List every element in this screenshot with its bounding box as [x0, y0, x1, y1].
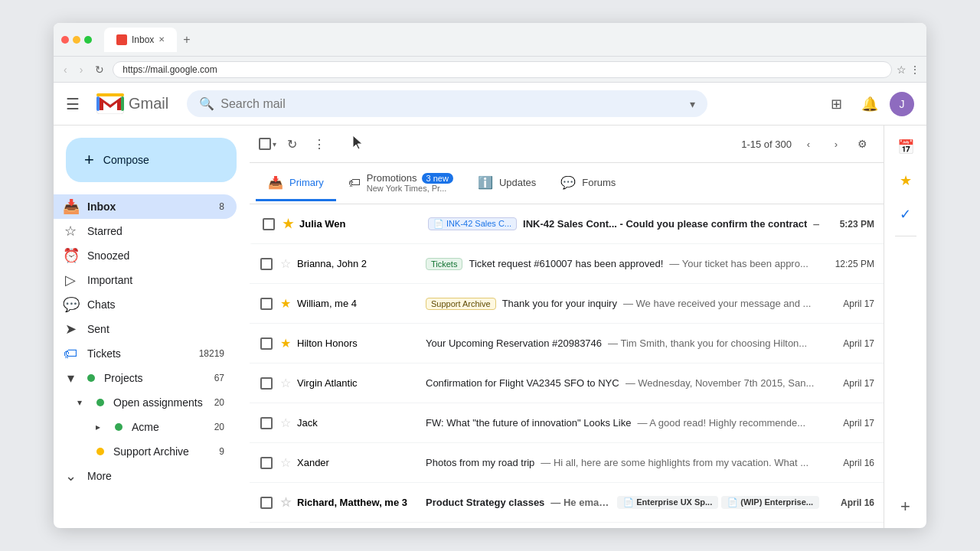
email-checkbox-3[interactable] — [259, 298, 274, 310]
settings-btn[interactable]: ⚙ — [850, 132, 874, 156]
email-checkbox-4[interactable] — [259, 337, 274, 350]
sidebar-item-starred[interactable]: ☆ Starred — [54, 219, 237, 243]
reload-btn[interactable]: ↻ — [91, 62, 108, 77]
email-checkbox-5[interactable] — [259, 377, 274, 390]
search-dropdown-btn[interactable]: ▾ — [690, 98, 695, 110]
close-dot[interactable] — [61, 36, 69, 44]
email-checkbox-6[interactable] — [259, 417, 274, 429]
star-btn-7[interactable]: ☆ — [280, 455, 291, 470]
email-subject-4: Your Upcoming Reservation #20983746 — [426, 337, 602, 349]
tab-updates[interactable]: ℹ️ Updates — [466, 166, 548, 201]
sidebar-item-important[interactable]: ▷ Important — [54, 268, 237, 292]
tab-forums[interactable]: 💬 Forums — [548, 166, 628, 201]
compose-button[interactable]: + Compose — [66, 138, 237, 182]
inbox-icon: 📥 — [63, 198, 78, 215]
email-content-5: Confirmation for Flight VA2345 SFO to NY… — [426, 377, 819, 389]
email-row[interactable]: ★ William, me 4 Support Archive Thank yo… — [250, 284, 884, 324]
star-btn-1[interactable]: ★ — [283, 217, 293, 231]
email-checkbox-1[interactable] — [261, 218, 276, 230]
back-btn[interactable]: ‹ — [60, 62, 71, 77]
email-subject-1: INK-42 Sales Cont... - Could you please … — [523, 218, 807, 230]
email-row[interactable]: ☆ Brianna, John 2 Tickets Ticket request… — [250, 244, 884, 284]
email-preview-4: — Tim Smith, thank you for choosing Hilt… — [608, 337, 819, 349]
sidebar-item-label-more: More — [87, 470, 224, 482]
checkbox-5[interactable] — [260, 377, 273, 390]
star-btn-6[interactable]: ☆ — [280, 416, 291, 430]
tasks-icon-btn[interactable]: ★ — [890, 165, 921, 196]
email-subject-6: FW: What "the future of innovation" Look… — [426, 417, 631, 429]
sidebar-item-open-assignments[interactable]: ▾ Open assignments 20 — [54, 390, 237, 415]
sidebar-item-more[interactable]: ⌄ More — [54, 464, 237, 488]
search-input[interactable] — [220, 97, 684, 111]
email-row[interactable]: ★ Hilton Honors Your Upcoming Reservatio… — [250, 324, 884, 364]
search-bar[interactable]: 🔍 ▾ — [187, 90, 707, 117]
sidebar-item-acme[interactable]: ▸ Acme 20 — [54, 415, 237, 439]
forward-btn[interactable]: › — [76, 62, 87, 77]
checkbox-2[interactable] — [260, 258, 273, 270]
sidebar-item-inbox[interactable]: 📥 Inbox 8 — [54, 194, 237, 219]
star-btn-4[interactable]: ★ — [280, 336, 291, 350]
apps-btn[interactable]: ⊞ — [822, 90, 850, 118]
star-btn-2[interactable]: ☆ — [280, 256, 291, 271]
add-apps-btn[interactable]: + — [890, 491, 921, 522]
checkbox-all[interactable] — [259, 138, 271, 150]
email-row[interactable]: ☆ Jack FW: What "the future of innovatio… — [250, 403, 884, 443]
checkbox-6[interactable] — [260, 417, 273, 429]
checkbox-1[interactable] — [263, 218, 275, 230]
star-btn-8[interactable]: ☆ — [280, 495, 291, 510]
header-actions: ⊞ 🔔 J — [822, 90, 914, 118]
email-subject-7: Photos from my road trip — [426, 457, 534, 468]
sidebar-item-tickets[interactable]: 🏷 Tickets 18219 — [54, 341, 237, 366]
new-tab-btn[interactable]: + — [180, 30, 193, 50]
calendar-icon-btn[interactable]: 📅 — [890, 132, 921, 162]
more-options-btn[interactable]: ⋮ — [307, 132, 332, 156]
refresh-btn[interactable]: ↻ — [279, 132, 304, 156]
email-row[interactable]: ☆ Peter, Shalini 2 Business trip — Hi, I… — [250, 523, 884, 528]
email-date-2: 12:25 PM — [825, 259, 874, 269]
prev-page-btn[interactable]: ‹ — [798, 133, 819, 155]
minimize-dot[interactable] — [73, 36, 80, 44]
email-row[interactable]: ★ Julia Wen 📄 INK-42 Sales C... INK-42 S… — [250, 204, 884, 244]
email-date-4: April 17 — [825, 338, 874, 349]
checkbox-8[interactable] — [260, 497, 273, 509]
star-btn-5[interactable]: ☆ — [280, 376, 291, 390]
search-icon: 🔍 — [199, 96, 214, 111]
sidebar-item-support-archive[interactable]: · Support Archive 9 — [54, 439, 237, 464]
tab-primary[interactable]: 📥 Primary — [256, 166, 336, 201]
sidebar-item-chats[interactable]: 💬 Chats — [54, 292, 237, 317]
keep-icon-btn[interactable]: ✓ — [890, 199, 921, 230]
email-row[interactable]: ☆ Richard, Matthew, me 3 Product Strateg… — [250, 483, 884, 523]
next-page-btn[interactable]: › — [825, 133, 847, 155]
address-bar[interactable]: https://mail.google.com — [113, 61, 892, 78]
email-checkbox-7[interactable] — [259, 457, 274, 469]
checkbox-3[interactable] — [260, 298, 273, 310]
notifications-btn[interactable]: 🔔 — [856, 90, 884, 118]
sidebar-item-projects[interactable]: ▾ Projects 67 — [54, 366, 237, 390]
email-preview-5: — Wednesday, November 7th 2015, San... — [626, 377, 819, 389]
sidebar-item-label-support-archive: Support Archive — [113, 445, 210, 458]
bookmark-btn[interactable]: ☆ — [897, 64, 906, 76]
maximize-dot[interactable] — [84, 36, 92, 44]
tickets-icon: 🏷 — [63, 346, 78, 362]
email-row[interactable]: ☆ Virgin Atlantic Confirmation for Fligh… — [250, 364, 884, 403]
avatar[interactable]: J — [890, 92, 914, 116]
select-all-check[interactable]: ▾ — [259, 138, 276, 150]
star-btn-3[interactable]: ★ — [280, 296, 291, 311]
email-checkbox-8[interactable] — [259, 497, 274, 509]
nav-menu-btn[interactable]: ⋮ — [910, 64, 920, 76]
email-date-6: April 17 — [825, 418, 874, 429]
checkbox-7[interactable] — [260, 457, 273, 469]
email-checkbox-2[interactable] — [259, 258, 274, 270]
checkbox-dropdown[interactable]: ▾ — [273, 140, 276, 148]
gmail-body: + Compose 📥 Inbox 8 ☆ Starred ⏰ Snoozed — [54, 126, 926, 528]
hamburger-menu[interactable]: ☰ — [66, 95, 84, 113]
browser-tabs: Inbox ✕ + — [104, 28, 919, 52]
sidebar-item-sent[interactable]: ➤ Sent — [54, 317, 237, 341]
sidebar-item-snoozed[interactable]: ⏰ Snoozed — [54, 243, 237, 268]
email-row[interactable]: ☆ Xander Photos from my road trip — Hi a… — [250, 443, 884, 483]
tab-promotions[interactable]: 🏷 Promotions 3 new New York Times, Pr... — [336, 163, 466, 204]
tab-close-btn[interactable]: ✕ — [158, 35, 165, 44]
checkbox-4[interactable] — [260, 337, 273, 350]
email-preview-8: — He emailed me about his latest work. H… — [550, 497, 611, 508]
active-tab[interactable]: Inbox ✕ — [104, 28, 177, 52]
